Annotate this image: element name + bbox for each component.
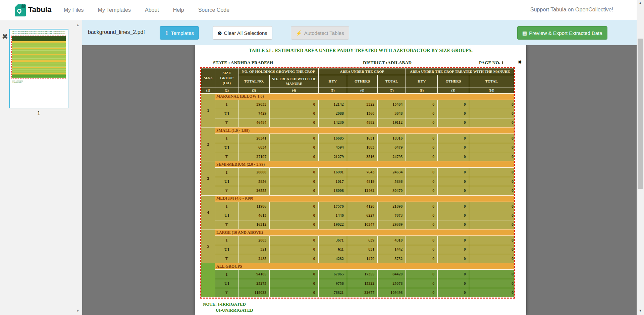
table-row: T265550180081246230470000	[201, 186, 514, 195]
value-cell: 5856	[238, 177, 270, 186]
autodetect-tables-button[interactable]: ⚡ Autodetect Tables	[291, 26, 349, 40]
nav-item-source-code[interactable]: Source Code	[198, 7, 229, 13]
preview-export-button[interactable]: ▦ Preview & Export Extracted Data	[517, 26, 607, 40]
value-cell: 0	[406, 186, 438, 195]
value-cell: 0	[270, 152, 319, 161]
value-cell: 5752	[378, 254, 406, 263]
value-cell: 20800	[238, 168, 270, 177]
value-cell: 9756	[318, 279, 347, 288]
value-cell: 0	[270, 177, 319, 186]
value-cell: 0	[406, 168, 438, 177]
value-cell: 0	[438, 245, 469, 254]
scrollbar-up-icon[interactable]: ▲	[637, 1, 644, 6]
templates-button[interactable]: ⇩ Templates	[160, 26, 199, 40]
pdf-note: NOTE: I-IRRIGATED UI-UNIRRIGATED	[203, 301, 253, 313]
table-selection-box[interactable]: Sl.NoSIZE GROUP (HA)NO. OF HOLDINGS GROW…	[200, 67, 515, 299]
value-cell: 4594	[318, 143, 347, 152]
page-thumbnail[interactable]: TABLE 5J : ESTIMATED AREA UNDER PADDY TR…	[9, 29, 68, 108]
value-cell: 6227	[347, 211, 377, 220]
scrollbar-down-icon[interactable]: ▼	[637, 309, 644, 314]
table-row: T24850428214705752000	[201, 254, 514, 263]
value-cell: 0	[270, 236, 319, 245]
value-cell: 4615	[238, 211, 270, 220]
value-cell: 0	[469, 186, 514, 195]
row-label-cell: T	[215, 254, 238, 263]
value-cell: 0	[406, 279, 438, 288]
value-cell: 5836	[378, 177, 406, 186]
nav-item-about[interactable]: About	[145, 7, 159, 13]
group-band-row: 4MEDIUM (4.0 - 9.99)	[201, 195, 514, 202]
value-cell: 1446	[318, 211, 347, 220]
row-label-cell: UI	[215, 143, 238, 152]
value-cell: 521	[238, 245, 270, 254]
nav-item-my-files[interactable]: My Files	[64, 7, 84, 13]
value-cell: 0	[438, 211, 469, 220]
group-band-row: 3SEMI-MEDIUM (2.0 - 3.99)	[201, 161, 514, 168]
value-cell: 15322	[347, 279, 377, 288]
window-scrollbar[interactable]: ▲ ▼	[637, 0, 644, 315]
table-row: I39053012142332215464000	[201, 100, 514, 109]
header-colnum: (4)	[270, 88, 319, 93]
value-cell: 6479	[378, 143, 406, 152]
value-cell: 0	[270, 270, 319, 279]
tabula-logo-icon	[15, 4, 26, 16]
value-cell: 0	[469, 254, 514, 263]
value-cell: 11986	[238, 202, 270, 211]
thumbnail-note-line2: UI-UNIRRIGATED	[12, 82, 23, 84]
value-cell: 7673	[378, 211, 406, 220]
value-cell: 0	[438, 118, 469, 127]
row-label-cell: T	[215, 288, 238, 298]
remove-page-button[interactable]: ✖	[2, 33, 8, 40]
logo-lock-icon	[21, 5, 25, 8]
support-link[interactable]: Support Tabula on OpenCollective!	[530, 7, 613, 13]
value-cell: 0	[469, 118, 514, 127]
value-cell: 2088	[318, 109, 347, 118]
value-cell: 27197	[238, 152, 270, 161]
logo-fold	[15, 4, 18, 7]
value-cell: 0	[270, 220, 319, 229]
value-cell: 0	[406, 202, 438, 211]
nav-menu: My FilesMy TemplatesAboutHelpSource Code	[64, 0, 229, 20]
value-cell: 1017	[318, 177, 347, 186]
header-sub: NO. TREATED WITH THE MANURE	[270, 75, 319, 88]
value-cell: 0	[406, 152, 438, 161]
row-label-cell: T	[215, 152, 238, 161]
row-label-cell: UI	[215, 109, 238, 118]
sidebar-scroll-up-icon[interactable]: ▲	[75, 23, 80, 28]
pdf-note-line2: UI-UNIRRIGATED	[216, 307, 253, 313]
thumbnail-table-header	[12, 36, 66, 41]
value-cell: 0	[406, 100, 438, 109]
value-cell: 16991	[318, 168, 347, 177]
value-cell: 0	[406, 245, 438, 254]
scrollbar-thumb[interactable]	[638, 39, 643, 189]
nav-item-help[interactable]: Help	[173, 7, 184, 13]
value-cell: 30470	[378, 186, 406, 195]
value-cell: 25275	[238, 279, 270, 288]
value-cell: 0	[438, 100, 469, 109]
selection-close-button[interactable]: ✖	[518, 59, 522, 65]
clear-all-selections-button[interactable]: ⊗ Clear All Selections	[213, 26, 272, 40]
row-label-cell: T	[215, 118, 238, 127]
nav-item-my-templates[interactable]: My Templates	[98, 7, 131, 13]
value-cell: 12142	[318, 100, 347, 109]
header-row-1: Sl.NoSIZE GROUP (HA)NO. OF HOLDINGS GROW…	[201, 68, 514, 75]
row-label-cell: I	[215, 202, 238, 211]
clear-button-label: Clear All Selections	[224, 30, 267, 36]
row-label-cell: I	[215, 236, 238, 245]
value-cell: 2485	[238, 254, 270, 263]
logo-swirl	[16, 8, 22, 14]
value-cell: 1885	[347, 143, 377, 152]
group-band-row: 5LARGE (10 AND ABOVE)	[201, 229, 514, 236]
value-cell: 18008	[318, 186, 347, 195]
value-cell: 84420	[378, 270, 406, 279]
sidebar-scroll-down-icon[interactable]: ▼	[75, 309, 80, 313]
header-sub: TOTAL NO.	[238, 75, 270, 88]
pdf-page[interactable]: TABLE 5J : ESTIMATED AREA UNDER PADDY TR…	[195, 45, 526, 315]
value-cell: 0	[406, 143, 438, 152]
value-cell: 0	[438, 134, 469, 143]
value-cell: 0	[270, 202, 319, 211]
value-cell: 0	[469, 236, 514, 245]
sidebar: ▲ ✖ TABLE 5J : ESTIMATED AREA UNDER PADD…	[0, 20, 82, 315]
value-cell: 0	[438, 220, 469, 229]
table-row: T163120190221034729369000	[201, 220, 514, 229]
